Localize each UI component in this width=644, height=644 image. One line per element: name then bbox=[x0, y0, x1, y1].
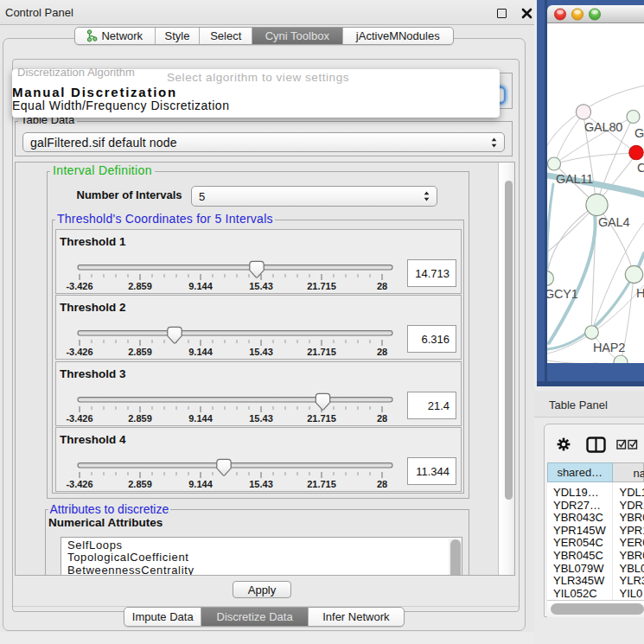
svg-text:GCY1: GCY1 bbox=[547, 287, 578, 301]
svg-text:GAL80: GAL80 bbox=[584, 120, 622, 134]
svg-text:9.144: 9.144 bbox=[188, 281, 213, 291]
svg-text:2.859: 2.859 bbox=[128, 479, 152, 489]
svg-text:2.859: 2.859 bbox=[128, 347, 152, 357]
svg-text:15.43: 15.43 bbox=[249, 347, 273, 357]
svg-text:-3.426: -3.426 bbox=[66, 413, 92, 424]
svg-text:2.859: 2.859 bbox=[128, 281, 152, 291]
svg-text:GA: GA bbox=[634, 126, 644, 140]
svg-text:9.144: 9.144 bbox=[188, 413, 213, 424]
svg-text:-3.426: -3.426 bbox=[66, 347, 92, 357]
svg-text:GAL11: GAL11 bbox=[556, 172, 593, 186]
svg-text:GAL4: GAL4 bbox=[598, 215, 629, 229]
svg-text:15.43: 15.43 bbox=[249, 479, 273, 489]
svg-text:28: 28 bbox=[377, 347, 387, 357]
svg-text:21.715: 21.715 bbox=[307, 479, 336, 489]
svg-text:15.43: 15.43 bbox=[249, 413, 273, 424]
svg-text:2.859: 2.859 bbox=[128, 413, 152, 424]
svg-text:-3.426: -3.426 bbox=[66, 281, 92, 291]
svg-text:21.715: 21.715 bbox=[307, 347, 336, 357]
svg-text:21.715: 21.715 bbox=[307, 281, 336, 291]
svg-text:9.144: 9.144 bbox=[188, 347, 213, 357]
svg-text:28: 28 bbox=[377, 413, 387, 424]
svg-text:HAP2: HAP2 bbox=[593, 341, 625, 354]
svg-text:28: 28 bbox=[377, 281, 387, 291]
svg-text:H: H bbox=[636, 286, 644, 300]
svg-text:21.715: 21.715 bbox=[307, 413, 336, 424]
svg-text:9.144: 9.144 bbox=[188, 479, 213, 489]
svg-text:C: C bbox=[637, 161, 644, 175]
svg-text:28: 28 bbox=[377, 479, 387, 489]
svg-text:15.43: 15.43 bbox=[249, 281, 273, 291]
svg-text:-3.426: -3.426 bbox=[66, 479, 92, 489]
